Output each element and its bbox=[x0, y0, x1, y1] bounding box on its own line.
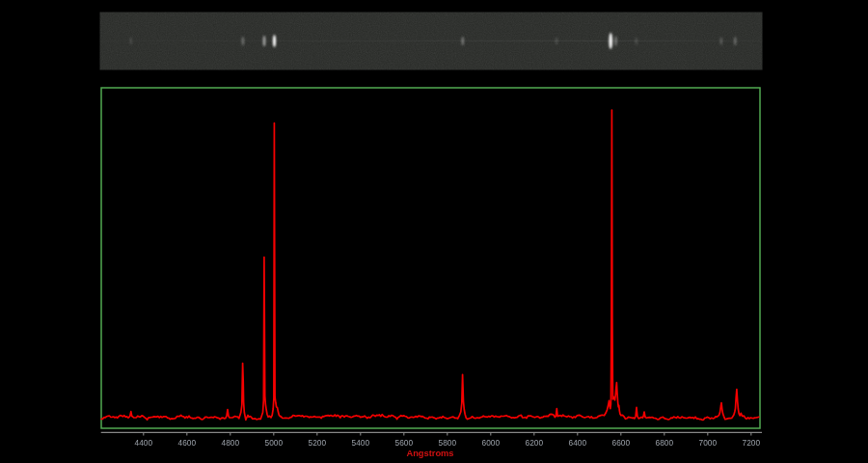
svg-text:4800: 4800 bbox=[222, 438, 240, 448]
svg-text:5200: 5200 bbox=[309, 438, 327, 448]
svg-text:5000: 5000 bbox=[265, 438, 284, 448]
svg-text:6600: 6600 bbox=[612, 438, 631, 448]
svg-text:5400: 5400 bbox=[352, 438, 370, 448]
svg-text:6000: 6000 bbox=[482, 438, 501, 448]
svg-text:6200: 6200 bbox=[526, 438, 544, 448]
svg-text:4400: 4400 bbox=[135, 438, 153, 448]
svg-text:6800: 6800 bbox=[656, 438, 674, 448]
svg-text:7200: 7200 bbox=[743, 438, 761, 448]
svg-text:6400: 6400 bbox=[569, 438, 587, 448]
svg-text:4600: 4600 bbox=[178, 438, 197, 448]
svg-text:7000: 7000 bbox=[699, 438, 718, 448]
svg-text:5600: 5600 bbox=[395, 438, 414, 448]
svg-text:Angstroms: Angstroms bbox=[406, 449, 453, 458]
svg-text:5800: 5800 bbox=[439, 438, 457, 448]
